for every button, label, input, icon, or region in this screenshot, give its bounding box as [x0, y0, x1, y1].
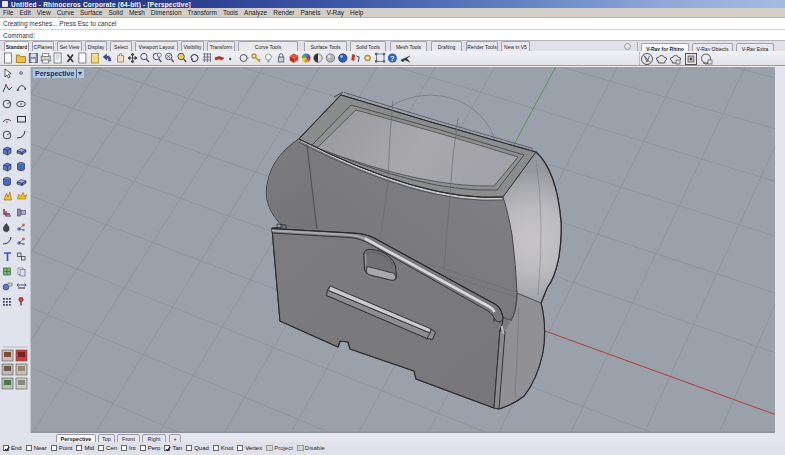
svg-text:?: ? — [390, 54, 395, 63]
